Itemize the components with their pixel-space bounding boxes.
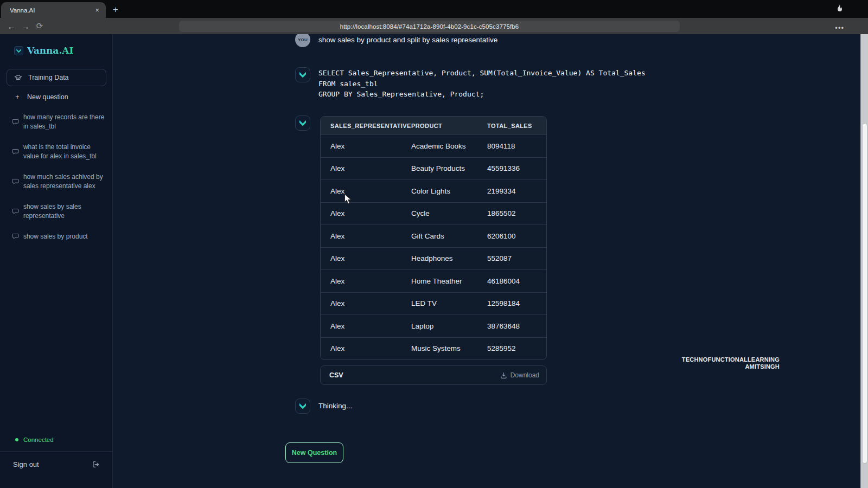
history-item[interactable]: how many records are there in sales_tbl: [0, 107, 113, 137]
watermark: TECHNOFUNCTIONALLEARNING AMITSINGH: [682, 356, 780, 370]
browser-tab[interactable]: Vanna.AI ×: [1, 2, 106, 18]
sidebar: Vanna.AI Training Data + New question ho…: [0, 34, 113, 488]
results-table: SALES_REPRESENTATIVE PRODUCT TOTAL_SALES…: [320, 116, 547, 360]
user-message: show sales by product and split by sales…: [318, 36, 497, 44]
chat-bubble-icon: [12, 178, 19, 185]
user-avatar: YOU: [295, 34, 310, 47]
url-bar[interactable]: http://localhost:8084/#74a1712a-890f-4b0…: [179, 21, 680, 32]
table-body: AlexAcademic Books8094118AlexBeauty Prod…: [321, 134, 546, 359]
history-item[interactable]: how much sales achived by sales represen…: [0, 166, 113, 196]
table-cell: Alex: [321, 322, 411, 330]
page-scrollbar[interactable]: [860, 34, 868, 488]
chat-area: YOU show sales by product and split by s…: [113, 34, 860, 488]
table-cell: 12598184: [487, 299, 546, 307]
vanna-avatar: [295, 67, 310, 82]
table-row: AlexMusic Systems5285952: [321, 337, 546, 360]
reload-button[interactable]: ⟳: [33, 21, 47, 31]
sign-out-button[interactable]: Sign out: [0, 452, 113, 488]
sql-line: GROUP BY Sales_Representative, Product;: [318, 90, 484, 98]
table-cell: Alex: [321, 209, 411, 217]
table-row: AlexGift Cards6206100: [321, 224, 546, 247]
watermark-line: AMITSINGH: [682, 363, 780, 370]
table-cell: Color Lights: [411, 187, 487, 195]
table-cell: Laptop: [411, 322, 487, 330]
tab-close-icon[interactable]: ×: [94, 6, 100, 14]
table-cell: Cycle: [411, 209, 487, 217]
browser-menu-icon[interactable]: •••: [835, 24, 844, 32]
back-button[interactable]: ←: [4, 22, 18, 31]
training-data-label: Training Data: [28, 74, 69, 81]
history-item-label: show sales by product: [23, 232, 105, 241]
history-item[interactable]: what is the total invoice value for alex…: [0, 137, 113, 166]
table-cell: 552087: [487, 254, 546, 262]
question-history-list: how many records are there in sales_tbl …: [0, 107, 113, 247]
history-item-label: how many records are there in sales_tbl: [23, 113, 105, 131]
table-row: AlexColor Lights2199334: [321, 179, 546, 202]
table-cell: LED TV: [411, 299, 487, 307]
csv-label: CSV: [329, 371, 343, 379]
table-cell: 45591336: [487, 164, 546, 172]
csv-export-bar: CSV Download: [320, 365, 547, 385]
download-icon: [500, 372, 507, 379]
status-dot-icon: [15, 438, 18, 441]
history-item-label: what is the total invoice value for alex…: [23, 143, 105, 160]
table-cell: Home Theather: [411, 277, 487, 285]
table-cell: Alex: [321, 142, 411, 150]
sign-out-icon: [92, 460, 100, 468]
table-cell: 38763648: [487, 322, 546, 330]
thinking-status: Thinking...: [318, 402, 352, 410]
sql-line: FROM sales_tbl: [318, 80, 378, 88]
new-question-label: New question: [27, 93, 68, 101]
table-row: AlexBeauty Products45591336: [321, 157, 546, 180]
history-item[interactable]: show sales by product: [0, 226, 113, 247]
table-row: AlexAcademic Books8094118: [321, 134, 546, 157]
logo-text: Vanna.AI: [27, 45, 73, 56]
history-item[interactable]: show sales by sales representative: [0, 196, 113, 226]
chat-bubble-icon: [12, 119, 19, 125]
plus-icon: +: [14, 93, 21, 101]
column-header: SALES_REPRESENTATIVE: [321, 123, 411, 129]
vanna-avatar: [295, 115, 310, 131]
status-label: Connected: [23, 436, 54, 443]
sidebar-item-training-data[interactable]: Training Data: [7, 69, 106, 86]
table-cell: 46186004: [487, 277, 546, 285]
table-cell: 6206100: [487, 232, 546, 240]
table-cell: 5285952: [487, 344, 546, 352]
table-cell: Headphones: [411, 254, 487, 262]
history-item-label: show sales by sales representative: [23, 202, 105, 220]
table-cell: Beauty Products: [411, 164, 487, 172]
table-cell: Alex: [321, 187, 411, 195]
new-question-button[interactable]: New Question: [285, 442, 343, 463]
vanna-chevron-icon: [14, 46, 23, 55]
table-row: AlexHome Theather46186004: [321, 269, 546, 292]
connection-status: Connected: [15, 436, 54, 443]
table-cell: 8094118: [487, 142, 546, 150]
watermark-line: TECHNOFUNCTIONALLEARNING: [682, 356, 780, 363]
table-cell: Gift Cards: [411, 232, 487, 240]
url-text: http://localhost:8084/#74a1712a-890f-4b0…: [340, 23, 519, 30]
table-row: AlexLED TV12598184: [321, 292, 546, 315]
history-item-label: how much sales achived by sales represen…: [23, 172, 105, 190]
table-cell: Alex: [321, 232, 411, 240]
sql-line: SELECT Sales_Representative, Product, SU…: [318, 69, 646, 77]
table-row: AlexLaptop38763648: [321, 314, 546, 337]
table-cell: Alex: [321, 254, 411, 262]
table-cell: 1865502: [487, 209, 546, 217]
download-button[interactable]: Download: [500, 371, 539, 379]
scrollbar-thumb[interactable]: [862, 123, 867, 464]
chat-bubble-icon: [12, 208, 19, 215]
vanna-logo[interactable]: Vanna.AI: [14, 45, 73, 56]
new-tab-button[interactable]: +: [108, 3, 123, 17]
browser-tab-strip: Vanna.AI × +: [0, 0, 868, 18]
sidebar-item-new-question[interactable]: + New question: [7, 89, 106, 105]
vanna-app: Vanna.AI Training Data + New question ho…: [0, 34, 868, 488]
table-cell: 2199334: [487, 187, 546, 195]
table-cell: Alex: [321, 299, 411, 307]
table-header-row: SALES_REPRESENTATIVE PRODUCT TOTAL_SALES: [321, 117, 546, 134]
chat-bubble-icon: [12, 149, 19, 155]
tab-title: Vanna.AI: [10, 7, 94, 14]
forward-button[interactable]: →: [18, 22, 33, 31]
table-cell: Alex: [321, 277, 411, 285]
graduation-cap-icon: [14, 74, 22, 81]
column-header: PRODUCT: [411, 123, 487, 129]
